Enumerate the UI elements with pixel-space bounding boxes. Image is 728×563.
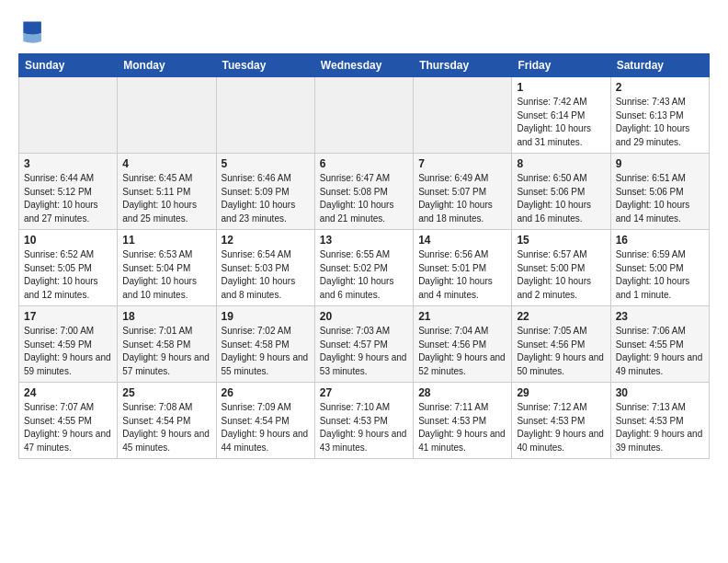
cal-cell: 8Sunrise: 6:50 AM Sunset: 5:06 PM Daylig…	[512, 154, 610, 230]
day-number: 12	[222, 234, 310, 247]
logo	[18, 18, 51, 48]
cal-cell: 15Sunrise: 6:57 AM Sunset: 5:00 PM Dayli…	[512, 230, 610, 306]
cal-cell: 13Sunrise: 6:55 AM Sunset: 5:02 PM Dayli…	[314, 230, 413, 306]
day-number: 27	[320, 386, 408, 399]
weekday-header-saturday: Saturday	[610, 54, 709, 77]
cal-cell: 11Sunrise: 6:53 AM Sunset: 5:04 PM Dayli…	[118, 230, 216, 306]
day-number: 20	[320, 310, 408, 323]
day-info: Sunrise: 7:06 AM Sunset: 4:55 PM Dayligh…	[616, 325, 704, 378]
day-number: 9	[616, 157, 704, 170]
weekday-header-row: SundayMondayTuesdayWednesdayThursdayFrid…	[19, 54, 710, 77]
day-number: 5	[222, 157, 310, 170]
cal-cell: 27Sunrise: 7:10 AM Sunset: 4:53 PM Dayli…	[314, 383, 413, 459]
cal-cell: 23Sunrise: 7:06 AM Sunset: 4:55 PM Dayli…	[610, 306, 709, 383]
cal-cell: 21Sunrise: 7:04 AM Sunset: 4:56 PM Dayli…	[414, 306, 512, 383]
cal-cell: 29Sunrise: 7:12 AM Sunset: 4:53 PM Dayli…	[512, 383, 610, 459]
day-info: Sunrise: 6:56 AM Sunset: 5:01 PM Dayligh…	[418, 248, 506, 302]
day-number: 30	[616, 386, 704, 399]
day-number: 10	[24, 234, 112, 247]
day-info: Sunrise: 7:00 AM Sunset: 4:59 PM Dayligh…	[24, 325, 112, 378]
calendar-table: SundayMondayTuesdayWednesdayThursdayFrid…	[18, 53, 710, 459]
day-info: Sunrise: 7:12 AM Sunset: 4:53 PM Dayligh…	[517, 401, 605, 454]
week-row-5: 24Sunrise: 7:07 AM Sunset: 4:55 PM Dayli…	[19, 383, 710, 459]
weekday-header-monday: Monday	[118, 54, 216, 77]
weekday-header-sunday: Sunday	[19, 54, 118, 77]
day-info: Sunrise: 6:47 AM Sunset: 5:08 PM Dayligh…	[320, 172, 408, 225]
cal-cell: 1Sunrise: 7:42 AM Sunset: 6:14 PM Daylig…	[512, 77, 610, 154]
day-info: Sunrise: 7:11 AM Sunset: 4:53 PM Dayligh…	[418, 401, 506, 454]
day-number: 4	[122, 157, 210, 170]
cal-cell: 17Sunrise: 7:00 AM Sunset: 4:59 PM Dayli…	[19, 306, 118, 383]
day-number: 21	[418, 310, 506, 323]
header-row	[18, 15, 710, 48]
day-number: 18	[122, 310, 210, 323]
weekday-header-tuesday: Tuesday	[216, 54, 314, 77]
day-number: 1	[517, 81, 605, 94]
week-row-2: 3Sunrise: 6:44 AM Sunset: 5:12 PM Daylig…	[19, 154, 710, 230]
cal-cell: 12Sunrise: 6:54 AM Sunset: 5:03 PM Dayli…	[216, 230, 314, 306]
day-info: Sunrise: 7:05 AM Sunset: 4:56 PM Dayligh…	[517, 325, 605, 378]
day-info: Sunrise: 6:59 AM Sunset: 5:00 PM Dayligh…	[616, 248, 704, 302]
day-number: 13	[320, 234, 408, 247]
cal-cell: 14Sunrise: 6:56 AM Sunset: 5:01 PM Dayli…	[414, 230, 512, 306]
day-number: 26	[222, 386, 310, 399]
weekday-header-thursday: Thursday	[414, 54, 512, 77]
day-number: 22	[517, 310, 605, 323]
day-number: 24	[24, 386, 112, 399]
day-number: 17	[24, 310, 112, 323]
day-info: Sunrise: 6:51 AM Sunset: 5:06 PM Dayligh…	[616, 172, 704, 225]
weekday-header-friday: Friday	[512, 54, 610, 77]
cal-cell: 28Sunrise: 7:11 AM Sunset: 4:53 PM Dayli…	[414, 383, 512, 459]
day-number: 23	[616, 310, 704, 323]
day-number: 7	[418, 157, 506, 170]
weekday-header-wednesday: Wednesday	[314, 54, 413, 77]
day-info: Sunrise: 6:57 AM Sunset: 5:00 PM Dayligh…	[517, 248, 605, 302]
cal-cell: 30Sunrise: 7:13 AM Sunset: 4:53 PM Dayli…	[610, 383, 709, 459]
cal-cell: 9Sunrise: 6:51 AM Sunset: 5:06 PM Daylig…	[610, 154, 709, 230]
day-info: Sunrise: 6:46 AM Sunset: 5:09 PM Dayligh…	[222, 172, 310, 225]
day-info: Sunrise: 7:10 AM Sunset: 4:53 PM Dayligh…	[320, 401, 408, 454]
day-number: 6	[320, 157, 408, 170]
day-info: Sunrise: 7:43 AM Sunset: 6:13 PM Dayligh…	[616, 96, 704, 149]
cal-cell: 18Sunrise: 7:01 AM Sunset: 4:58 PM Dayli…	[118, 306, 216, 383]
day-number: 29	[517, 386, 605, 399]
cal-cell: 6Sunrise: 6:47 AM Sunset: 5:08 PM Daylig…	[314, 154, 413, 230]
cal-cell: 16Sunrise: 6:59 AM Sunset: 5:00 PM Dayli…	[610, 230, 709, 306]
day-number: 19	[222, 310, 310, 323]
day-info: Sunrise: 7:08 AM Sunset: 4:54 PM Dayligh…	[122, 401, 210, 454]
cal-cell	[216, 77, 314, 154]
day-info: Sunrise: 7:09 AM Sunset: 4:54 PM Dayligh…	[222, 401, 310, 454]
cal-cell: 20Sunrise: 7:03 AM Sunset: 4:57 PM Dayli…	[314, 306, 413, 383]
cal-cell	[118, 77, 216, 154]
day-info: Sunrise: 6:52 AM Sunset: 5:05 PM Dayligh…	[24, 248, 112, 302]
cal-cell	[414, 77, 512, 154]
week-row-3: 10Sunrise: 6:52 AM Sunset: 5:05 PM Dayli…	[19, 230, 710, 306]
cal-cell: 7Sunrise: 6:49 AM Sunset: 5:07 PM Daylig…	[414, 154, 512, 230]
day-number: 15	[517, 234, 605, 247]
day-info: Sunrise: 7:02 AM Sunset: 4:58 PM Dayligh…	[222, 325, 310, 378]
cal-cell: 10Sunrise: 6:52 AM Sunset: 5:05 PM Dayli…	[19, 230, 118, 306]
day-info: Sunrise: 7:01 AM Sunset: 4:58 PM Dayligh…	[122, 325, 210, 378]
cal-cell: 26Sunrise: 7:09 AM Sunset: 4:54 PM Dayli…	[216, 383, 314, 459]
day-number: 2	[616, 81, 704, 94]
day-info: Sunrise: 6:54 AM Sunset: 5:03 PM Dayligh…	[222, 248, 310, 302]
day-number: 28	[418, 386, 506, 399]
cal-cell: 4Sunrise: 6:45 AM Sunset: 5:11 PM Daylig…	[118, 154, 216, 230]
day-info: Sunrise: 6:53 AM Sunset: 5:04 PM Dayligh…	[122, 248, 210, 302]
day-info: Sunrise: 7:42 AM Sunset: 6:14 PM Dayligh…	[517, 96, 605, 149]
day-info: Sunrise: 6:50 AM Sunset: 5:06 PM Dayligh…	[517, 172, 605, 225]
cal-cell: 3Sunrise: 6:44 AM Sunset: 5:12 PM Daylig…	[19, 154, 118, 230]
page: SundayMondayTuesdayWednesdayThursdayFrid…	[0, 0, 728, 563]
cal-cell: 5Sunrise: 6:46 AM Sunset: 5:09 PM Daylig…	[216, 154, 314, 230]
cal-cell	[314, 77, 413, 154]
cal-cell	[19, 77, 118, 154]
cal-cell: 2Sunrise: 7:43 AM Sunset: 6:13 PM Daylig…	[610, 77, 709, 154]
day-number: 8	[517, 157, 605, 170]
week-row-1: 1Sunrise: 7:42 AM Sunset: 6:14 PM Daylig…	[19, 77, 710, 154]
cal-cell: 24Sunrise: 7:07 AM Sunset: 4:55 PM Dayli…	[19, 383, 118, 459]
day-info: Sunrise: 6:45 AM Sunset: 5:11 PM Dayligh…	[122, 172, 210, 225]
day-info: Sunrise: 7:13 AM Sunset: 4:53 PM Dayligh…	[616, 401, 704, 454]
day-number: 14	[418, 234, 506, 247]
day-info: Sunrise: 6:44 AM Sunset: 5:12 PM Dayligh…	[24, 172, 112, 225]
day-info: Sunrise: 7:07 AM Sunset: 4:55 PM Dayligh…	[24, 401, 112, 454]
